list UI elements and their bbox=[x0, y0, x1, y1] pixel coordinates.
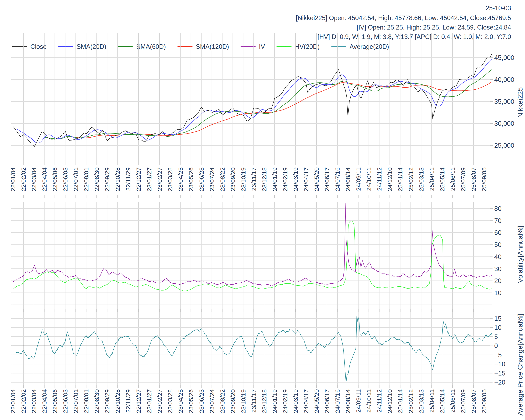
svg-text:22/09/29: 22/09/29 bbox=[104, 389, 111, 413]
y-axis-titles: Nikkei225Volatility[Annual%]Average Pric… bbox=[516, 87, 524, 415]
sma60-line-path bbox=[44, 70, 492, 139]
svg-text:23/05/26: 23/05/26 bbox=[188, 389, 194, 413]
svg-text:5: 5 bbox=[494, 333, 498, 340]
svg-text:22/02/02: 22/02/02 bbox=[20, 389, 27, 413]
svg-text:24/10/11: 24/10/11 bbox=[366, 389, 372, 413]
svg-text:22/11/29: 22/11/29 bbox=[125, 389, 131, 413]
svg-text:24/11/12: 24/11/12 bbox=[376, 167, 383, 191]
svg-text:22/04/04: 22/04/04 bbox=[41, 167, 48, 191]
svg-text:10: 10 bbox=[494, 289, 502, 297]
svg-text:24/01/19: 24/01/19 bbox=[271, 167, 278, 191]
svg-text:25/08/07: 25/08/07 bbox=[470, 389, 477, 413]
svg-text:22/10/28: 22/10/28 bbox=[114, 389, 121, 413]
sma60-line bbox=[44, 70, 492, 139]
svg-text:10: 10 bbox=[494, 324, 502, 331]
svg-text:24/02/19: 24/02/19 bbox=[282, 167, 289, 191]
svg-text:24/08/14: 24/08/14 bbox=[345, 167, 351, 191]
svg-text:22/08/30: 22/08/30 bbox=[93, 389, 100, 413]
svg-text:22/12/27: 22/12/27 bbox=[135, 167, 142, 191]
svg-text:23/10/19: 23/10/19 bbox=[240, 167, 247, 191]
svg-text:22/10/28: 22/10/28 bbox=[114, 167, 121, 191]
stock-chart-page: 25-10-03 [Nikkei225] Open: 45042.54, Hig… bbox=[0, 0, 525, 420]
svg-text:22/07/01: 22/07/01 bbox=[72, 389, 79, 413]
svg-text:22/06/03: 22/06/03 bbox=[62, 167, 69, 191]
svg-text:22/09/29: 22/09/29 bbox=[104, 167, 111, 191]
svg-text:24/12/10: 24/12/10 bbox=[386, 167, 393, 191]
svg-text:23/04/25: 23/04/25 bbox=[177, 389, 184, 413]
svg-text:25/05/14: 25/05/14 bbox=[439, 167, 446, 191]
svg-text:35,000: 35,000 bbox=[494, 98, 514, 105]
svg-text:23/01/27: 23/01/27 bbox=[146, 167, 153, 191]
svg-text:22/08/30: 22/08/30 bbox=[93, 167, 100, 191]
svg-text:0: 0 bbox=[494, 342, 498, 349]
svg-text:22/03/04: 22/03/04 bbox=[30, 389, 37, 413]
svg-text:22/12/27: 22/12/27 bbox=[135, 389, 142, 413]
svg-text:Nikkei225: Nikkei225 bbox=[516, 87, 524, 118]
svg-text:22/04/04: 22/04/04 bbox=[41, 389, 48, 413]
svg-text:22/01/04: 22/01/04 bbox=[10, 167, 16, 191]
svg-text:23/07/24: 23/07/24 bbox=[209, 167, 215, 191]
svg-text:25/03/13: 25/03/13 bbox=[418, 167, 425, 191]
svg-text:22/03/04: 22/03/04 bbox=[30, 167, 37, 191]
svg-text:22/11/29: 22/11/29 bbox=[125, 167, 131, 191]
svg-text:−20: −20 bbox=[494, 379, 505, 386]
svg-text:23/07/24: 23/07/24 bbox=[209, 389, 215, 413]
svg-text:24/07/16: 24/07/16 bbox=[334, 389, 341, 413]
svg-text:40,000: 40,000 bbox=[494, 76, 514, 83]
svg-text:40: 40 bbox=[494, 253, 502, 261]
apc-line-path bbox=[16, 316, 492, 381]
svg-text:25/07/09: 25/07/09 bbox=[460, 389, 467, 413]
svg-text:23/12/18: 23/12/18 bbox=[261, 389, 268, 413]
svg-text:24/09/11: 24/09/11 bbox=[355, 389, 362, 413]
svg-text:25/01/14: 25/01/14 bbox=[397, 167, 403, 191]
close-line-path bbox=[13, 54, 492, 147]
svg-text:23/02/27: 23/02/27 bbox=[156, 389, 163, 413]
price-x-tick-labels: 22/01/0422/02/0222/03/0422/04/0422/05/06… bbox=[10, 167, 488, 191]
svg-text:24/10/11: 24/10/11 bbox=[366, 167, 372, 191]
svg-text:25/09/05: 25/09/05 bbox=[481, 389, 488, 413]
svg-text:22/02/02: 22/02/02 bbox=[20, 167, 27, 191]
svg-text:25/04/11: 25/04/11 bbox=[428, 167, 435, 191]
hv-line bbox=[13, 221, 492, 291]
svg-text:23/04/25: 23/04/25 bbox=[177, 167, 184, 191]
svg-text:22/01/04: 22/01/04 bbox=[10, 389, 16, 413]
svg-text:24/04/17: 24/04/17 bbox=[303, 389, 309, 413]
svg-text:23/06/23: 23/06/23 bbox=[198, 389, 205, 413]
hv-line-path bbox=[13, 221, 492, 291]
svg-text:30: 30 bbox=[494, 265, 502, 272]
svg-text:25/01/14: 25/01/14 bbox=[397, 389, 403, 413]
svg-text:50: 50 bbox=[494, 241, 502, 248]
svg-text:24/06/17: 24/06/17 bbox=[324, 389, 330, 413]
svg-text:23/06/23: 23/06/23 bbox=[198, 167, 205, 191]
svg-text:22/05/06: 22/05/06 bbox=[51, 389, 58, 413]
chart-canvas: 22/01/0422/02/0222/03/0422/04/0422/05/06… bbox=[0, 0, 525, 420]
svg-text:−5: −5 bbox=[494, 351, 502, 359]
svg-text:25/09/05: 25/09/05 bbox=[481, 167, 488, 191]
svg-text:15: 15 bbox=[494, 315, 502, 322]
svg-text:24/02/19: 24/02/19 bbox=[282, 389, 289, 413]
svg-text:20: 20 bbox=[494, 277, 502, 284]
svg-text:−15: −15 bbox=[494, 370, 505, 377]
svg-text:25/04/11: 25/04/11 bbox=[428, 389, 435, 413]
apc-line bbox=[16, 316, 492, 381]
svg-text:24/05/20: 24/05/20 bbox=[313, 167, 320, 191]
svg-text:25/02/12: 25/02/12 bbox=[407, 389, 414, 413]
svg-text:23/12/18: 23/12/18 bbox=[261, 167, 268, 191]
svg-text:24/04/17: 24/04/17 bbox=[303, 167, 309, 191]
svg-text:23/09/20: 23/09/20 bbox=[229, 167, 236, 191]
svg-text:24/05/20: 24/05/20 bbox=[313, 389, 320, 413]
svg-text:22/05/06: 22/05/06 bbox=[51, 167, 58, 191]
svg-text:23/05/26: 23/05/26 bbox=[188, 167, 194, 191]
svg-text:25,000: 25,000 bbox=[494, 142, 514, 149]
svg-text:24/11/12: 24/11/12 bbox=[376, 389, 383, 413]
bottom-x-tick-labels: 22/01/0422/02/0222/03/0422/04/0422/05/06… bbox=[10, 389, 488, 413]
svg-text:23/11/17: 23/11/17 bbox=[250, 167, 257, 191]
svg-text:25/06/11: 25/06/11 bbox=[449, 167, 456, 191]
svg-text:30,000: 30,000 bbox=[494, 120, 514, 127]
svg-text:25/02/12: 25/02/12 bbox=[407, 167, 414, 191]
svg-text:25/06/11: 25/06/11 bbox=[449, 389, 456, 413]
svg-text:24/06/17: 24/06/17 bbox=[324, 167, 330, 191]
svg-text:25/03/13: 25/03/13 bbox=[418, 389, 425, 413]
grid-lines bbox=[11, 33, 492, 385]
svg-text:23/09/20: 23/09/20 bbox=[229, 389, 236, 413]
